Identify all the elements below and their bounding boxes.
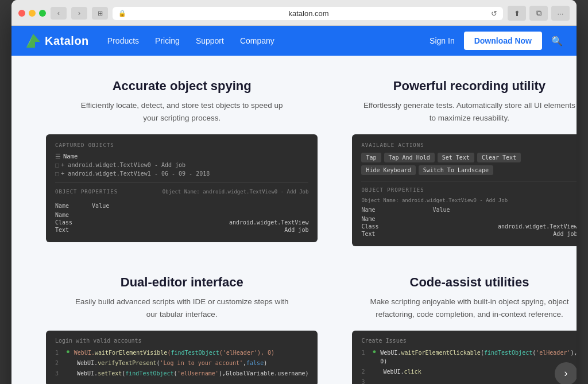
feature-title-4: Code-assist utilities xyxy=(410,275,529,290)
set-text-btn[interactable]: Set Text xyxy=(438,153,474,162)
rec-prop-name: Name xyxy=(361,216,577,222)
captured-objects-title: CAPTURED OBJECTS xyxy=(55,142,308,148)
switch-landscape-btn[interactable]: Switch To Landscape xyxy=(419,165,493,175)
nav-links: Products Pricing Support Company xyxy=(107,36,430,45)
nav-right: Sign In Download Now 🔍 xyxy=(430,32,563,50)
site-navigation: Katalon Products Pricing Support Company… xyxy=(11,26,577,56)
browser-chrome: ‹ › ⊞ 🔒 katalon.com ↺ ⬆ ⧉ ··· xyxy=(11,0,577,26)
sign-in-link[interactable]: Sign In xyxy=(430,36,455,45)
code-assist-panel: Create Issues 1 ● WebUI.waitForElementCl… xyxy=(352,331,577,384)
url-text: katalon.com xyxy=(130,9,488,18)
recording-panel: AVAILABLE ACTIONS Tap Tap And Hold Set T… xyxy=(352,134,577,246)
feature-desc-3: Easily build advanced scripts with IDE o… xyxy=(73,296,291,320)
new-tab-button[interactable]: ⧉ xyxy=(529,6,548,21)
assist-code-line-1: 1 ● WebUI.waitForElementClickable(findTe… xyxy=(361,348,577,366)
main-content: Accurate object spying Efficiently locat… xyxy=(11,56,577,384)
feature-desc-1: Efficiently locate, detect, and store te… xyxy=(73,99,291,124)
nav-support[interactable]: Support xyxy=(196,36,224,45)
nav-products[interactable]: Products xyxy=(107,36,139,45)
window-mode-button[interactable]: ⊞ xyxy=(92,7,108,20)
feature-title-3: Dual-editor interface xyxy=(121,275,243,290)
tree-name-item: ☰ Name xyxy=(55,153,308,160)
feature-title-2: Powerful recording utility xyxy=(393,79,546,94)
logo[interactable]: Katalon xyxy=(25,33,89,49)
dual-editor-panel: Login with valid accounts 1 ● WebUI.wait… xyxy=(46,331,318,384)
feature-title-1: Accurate object spying xyxy=(113,79,252,94)
recording-object-name: Object Name: android.widget.TextView0 - … xyxy=(361,197,577,203)
features-grid: Accurate object spying Efficiently locat… xyxy=(46,79,542,384)
tree-item-1: □ + android.widget.TextView0 - Add job xyxy=(55,161,308,168)
recording-props-title: OBJECT PROPERTIES xyxy=(361,187,577,193)
lock-icon: 🔒 xyxy=(118,10,126,17)
browser-window: ‹ › ⊞ 🔒 katalon.com ↺ ⬆ ⧉ ··· Katalon xyxy=(11,0,577,384)
minimize-button[interactable] xyxy=(29,10,36,17)
browser-controls: ‹ › ⊞ 🔒 katalon.com ↺ ⬆ ⧉ ··· xyxy=(18,6,570,21)
feature-dual-editor: Dual-editor interface Easily build advan… xyxy=(46,275,318,384)
feature-recording: Powerful recording utility Effortlessly … xyxy=(352,79,577,246)
feature-object-spying: Accurate object spying Efficiently locat… xyxy=(46,79,318,246)
feature-code-assist: Code-assist utilities Make scripting enj… xyxy=(352,275,577,384)
feature-desc-2: Effortlessly generate tests. Automatical… xyxy=(360,99,577,124)
maximize-button[interactable] xyxy=(39,10,46,17)
back-button[interactable]: ‹ xyxy=(51,7,67,20)
refresh-button[interactable]: ↺ xyxy=(491,9,497,18)
prop-class: Class android.widget.TextView xyxy=(55,219,308,226)
rec-prop-text: Text Add job xyxy=(361,231,577,237)
dual-editor-header: Login with valid accounts xyxy=(55,338,308,344)
download-button[interactable]: Download Now xyxy=(464,32,542,50)
traffic-lights xyxy=(18,10,46,17)
search-icon[interactable]: 🔍 xyxy=(551,36,563,46)
object-spy-panel: CAPTURED OBJECTS ☰ Name □ + android.widg… xyxy=(46,134,318,242)
prop-name: Name xyxy=(55,212,308,218)
logo-text: Katalon xyxy=(45,34,89,48)
rec-col-value: Value xyxy=(433,207,450,213)
assist-code-line-2: 2 WebUI.click xyxy=(361,367,577,376)
logo-icon xyxy=(25,33,41,49)
svg-marker-0 xyxy=(26,34,40,48)
browser-actions: ⬆ ⧉ ··· xyxy=(508,6,570,21)
assist-code-line-3: 3 xyxy=(361,378,577,384)
tap-hold-btn[interactable]: Tap And Hold xyxy=(384,153,435,162)
forward-button[interactable]: › xyxy=(71,7,87,20)
object-name-label: Object Name: android.widget.TextView0 - … xyxy=(163,189,309,195)
nav-pricing[interactable]: Pricing xyxy=(155,36,180,45)
close-button[interactable] xyxy=(18,10,25,17)
nav-company[interactable]: Company xyxy=(240,36,274,45)
col-name: Name xyxy=(55,203,69,209)
address-bar[interactable]: 🔒 katalon.com ↺ xyxy=(113,7,503,20)
rec-col-name: Name xyxy=(361,207,375,213)
col-value: Value xyxy=(92,203,109,209)
tree-item-2: □ + android.widget.TextView1 - 06 - 09 -… xyxy=(55,170,308,177)
available-actions-title: AVAILABLE ACTIONS xyxy=(361,142,577,148)
code-line-3: 3 WebUI.setText(findTestObject('elUserna… xyxy=(55,369,308,378)
code-assist-header: Create Issues xyxy=(361,338,577,344)
object-props-title: OBJECT PROPERTIES xyxy=(55,189,118,195)
share-button[interactable]: ⬆ xyxy=(508,6,526,21)
hide-keyboard-btn[interactable]: Hide Keyboard xyxy=(361,165,415,175)
feature-desc-4: Make scripting enjoyable with built-in o… xyxy=(360,296,577,320)
prop-text: Text Add job xyxy=(55,227,308,233)
next-arrow[interactable]: › xyxy=(555,362,577,384)
code-line-2: 2 WebUI.verifyTextPresent('Log in to you… xyxy=(55,359,308,367)
clear-text-btn[interactable]: Clear Text xyxy=(477,153,521,162)
code-line-1: 1 ● WebUI.waitForElementVisible(findTest… xyxy=(55,348,308,357)
rec-prop-class: Class android.widget.TextView xyxy=(361,223,577,230)
more-button[interactable]: ··· xyxy=(551,6,570,21)
action-buttons-group: Tap Tap And Hold Set Text Clear Text Hid… xyxy=(361,153,577,175)
tap-btn[interactable]: Tap xyxy=(361,153,381,162)
assist-breakpoint-1: ● xyxy=(373,348,376,355)
code-assist-wrapper: Create Issues 1 ● WebUI.waitForElementCl… xyxy=(352,331,577,384)
breakpoint-1: ● xyxy=(67,348,69,355)
